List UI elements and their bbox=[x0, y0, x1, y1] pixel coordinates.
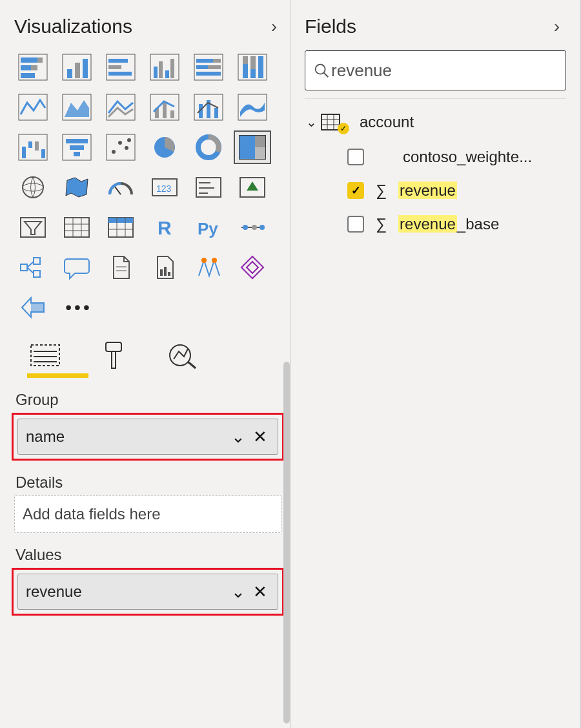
tab-analytics[interactable] bbox=[164, 337, 200, 373]
viz-stacked-bar[interactable] bbox=[14, 50, 52, 84]
svg-point-92 bbox=[260, 225, 265, 230]
svg-line-116 bbox=[188, 362, 196, 368]
svg-marker-106 bbox=[247, 262, 258, 273]
svg-rect-5 bbox=[21, 73, 35, 78]
viz-line-column[interactable] bbox=[146, 90, 183, 124]
svg-point-57 bbox=[127, 138, 131, 142]
search-input[interactable] bbox=[330, 60, 558, 81]
svg-rect-34 bbox=[107, 94, 135, 120]
collapse-fields-icon[interactable]: › bbox=[554, 16, 566, 37]
viz-small-multiples[interactable] bbox=[146, 251, 183, 284]
viz-arcgis[interactable] bbox=[190, 251, 227, 284]
svg-rect-42 bbox=[214, 108, 218, 118]
viz-gauge[interactable] bbox=[102, 171, 139, 204]
viz-donut[interactable] bbox=[190, 130, 227, 164]
search-icon bbox=[313, 61, 330, 79]
scrollbar[interactable] bbox=[283, 362, 290, 723]
svg-rect-11 bbox=[108, 59, 128, 63]
sigma-icon: ∑ bbox=[376, 215, 387, 233]
field-revenue-base[interactable]: ∑ revenue_base bbox=[305, 207, 566, 241]
visualizations-pane: Visualizations › bbox=[0, 0, 290, 728]
viz-pie[interactable] bbox=[146, 130, 183, 164]
group-field-chip[interactable]: name ⌄ ✕ bbox=[17, 419, 278, 455]
viz-card[interactable]: 123 bbox=[146, 171, 183, 204]
field-contoso-weighted[interactable]: contoso_weighte... bbox=[305, 140, 566, 174]
fields-title: Fields bbox=[305, 16, 356, 37]
viz-stacked-column[interactable] bbox=[102, 50, 139, 84]
viz-line-stacked-column[interactable] bbox=[190, 90, 227, 124]
svg-rect-12 bbox=[108, 65, 121, 69]
viz-type-grid: 123 R Py ••• bbox=[14, 50, 283, 324]
collapse-viz-icon[interactable]: › bbox=[271, 16, 283, 37]
viz-store[interactable] bbox=[14, 291, 52, 324]
svg-rect-3 bbox=[21, 65, 31, 70]
viz-slicer[interactable] bbox=[14, 211, 52, 244]
viz-matrix[interactable] bbox=[102, 211, 139, 244]
viz-area[interactable] bbox=[58, 90, 96, 124]
chevron-down-icon[interactable]: ⌄ bbox=[226, 427, 250, 447]
svg-rect-109 bbox=[31, 345, 59, 366]
svg-rect-100 bbox=[160, 269, 163, 276]
viz-clustered-bar[interactable] bbox=[58, 50, 96, 84]
viz-key-influencers[interactable] bbox=[234, 211, 271, 244]
viz-map[interactable] bbox=[14, 171, 52, 204]
svg-rect-53 bbox=[107, 134, 135, 160]
svg-rect-97 bbox=[34, 271, 40, 277]
svg-rect-30 bbox=[258, 56, 263, 78]
tab-fields[interactable] bbox=[27, 337, 63, 373]
svg-point-64 bbox=[23, 177, 43, 198]
viz-python[interactable]: Py bbox=[190, 211, 227, 244]
viz-treemap[interactable] bbox=[234, 130, 271, 164]
svg-rect-7 bbox=[67, 69, 72, 78]
svg-point-103 bbox=[201, 258, 207, 263]
svg-rect-46 bbox=[28, 141, 32, 148]
values-field-name: revenue bbox=[26, 583, 82, 601]
table-account[interactable]: ⌄ ✓ account bbox=[305, 110, 566, 140]
svg-text:R: R bbox=[158, 217, 172, 238]
chevron-down-icon[interactable]: ⌄ bbox=[226, 582, 250, 602]
values-label: Values bbox=[15, 546, 283, 564]
field-revenue[interactable]: ∑ revenue bbox=[305, 174, 566, 207]
svg-rect-17 bbox=[165, 70, 169, 78]
viz-table[interactable] bbox=[58, 211, 96, 244]
remove-field-icon[interactable]: ✕ bbox=[250, 427, 270, 447]
viz-powerapps[interactable] bbox=[234, 251, 271, 284]
remove-field-icon[interactable]: ✕ bbox=[250, 582, 270, 602]
values-field-chip[interactable]: revenue ⌄ ✕ bbox=[17, 574, 278, 610]
checkbox[interactable] bbox=[347, 182, 364, 199]
viz-funnel[interactable] bbox=[58, 130, 96, 164]
viz-filled-map[interactable] bbox=[58, 171, 96, 204]
viz-decomposition[interactable] bbox=[14, 251, 52, 284]
viz-qna[interactable] bbox=[58, 251, 96, 284]
viz-line[interactable] bbox=[14, 90, 52, 124]
viz-paginated[interactable] bbox=[102, 251, 139, 284]
viz-100-stacked-column[interactable] bbox=[234, 50, 271, 84]
checkbox[interactable] bbox=[347, 216, 364, 233]
group-field-name: name bbox=[26, 428, 65, 446]
viz-more[interactable]: ••• bbox=[58, 291, 96, 324]
svg-point-56 bbox=[125, 146, 128, 150]
fields-pane: Fields › ⌄ ✓ account contoso_weighte... … bbox=[290, 0, 581, 728]
viz-scatter[interactable] bbox=[102, 130, 139, 164]
viz-kpi[interactable] bbox=[234, 171, 271, 204]
details-well[interactable]: Add data fields here bbox=[14, 495, 281, 533]
svg-rect-24 bbox=[196, 72, 221, 76]
viz-clustered-column[interactable] bbox=[146, 50, 183, 84]
viz-ribbon[interactable] bbox=[234, 90, 271, 124]
details-label: Details bbox=[15, 473, 283, 492]
viz-waterfall[interactable] bbox=[14, 130, 52, 164]
fields-header: Fields › bbox=[305, 16, 566, 37]
viz-r[interactable]: R bbox=[146, 211, 183, 244]
svg-line-95 bbox=[27, 267, 34, 273]
viz-multicard[interactable] bbox=[190, 171, 227, 204]
svg-rect-38 bbox=[170, 110, 174, 118]
viz-stacked-area[interactable] bbox=[102, 90, 139, 124]
svg-rect-2 bbox=[37, 57, 43, 63]
svg-text:Py: Py bbox=[198, 219, 218, 238]
viz-100-stacked-bar[interactable] bbox=[190, 50, 227, 84]
fields-search[interactable] bbox=[305, 50, 566, 90]
checkbox[interactable] bbox=[347, 149, 364, 165]
tab-format[interactable] bbox=[96, 337, 132, 373]
svg-rect-61 bbox=[240, 136, 255, 159]
svg-rect-16 bbox=[159, 61, 163, 78]
